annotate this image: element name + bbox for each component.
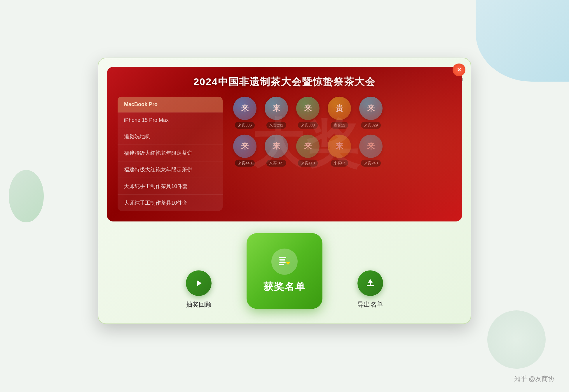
winner-item: 来来宾329 <box>359 96 383 129</box>
bg-decoration-left <box>9 170 44 222</box>
winner-label: 来宾243 <box>361 159 381 166</box>
red-panel: 大奖 2024中国非遗制茶大会暨惊蛰祭茶大会 MacBook ProiPhone… <box>107 67 462 221</box>
page-watermark: 知乎 @友商协 <box>514 375 554 383</box>
bg-decoration-bottom-right <box>487 310 546 369</box>
winner-avatar: 来 <box>265 96 288 120</box>
winner-avatar: 来 <box>328 134 351 158</box>
export-button[interactable]: 导出名单 <box>357 270 383 309</box>
winner-item: 来来宾386 <box>233 96 256 129</box>
winner-avatar: 来 <box>296 134 320 158</box>
replay-label: 抽奖回顾 <box>186 300 212 309</box>
winner-label: 来宾338 <box>298 122 318 129</box>
main-container: 关闭 大奖 2024中国非遗制茶大会暨惊蛰祭茶大会 MacBook ProiPh… <box>83 57 486 324</box>
svg-rect-6 <box>367 285 374 286</box>
prize-list-item[interactable]: MacBook Pro <box>118 96 223 112</box>
svg-marker-5 <box>286 260 290 265</box>
export-icon-bg <box>357 270 383 296</box>
winner-label: 来宾118 <box>298 159 318 166</box>
winner-item: 来来宾243 <box>359 134 383 166</box>
prize-list-item[interactable]: 福建特级大红袍龙年限定茶饼 <box>118 145 223 161</box>
winner-label: 贵宾12 <box>331 122 348 129</box>
prize-list-item[interactable]: 追觅洗地机 <box>118 128 223 145</box>
winner-item: 来来宾443 <box>233 134 256 166</box>
winner-avatar: 来 <box>359 134 383 158</box>
winner-label: 来宾329 <box>361 122 381 129</box>
winner-item: 来来宾232 <box>265 96 288 129</box>
play-icon <box>193 278 204 288</box>
export-icon <box>365 278 376 288</box>
export-label: 导出名单 <box>357 300 383 309</box>
winner-item: 来来宾67 <box>328 134 351 166</box>
winner-item: 来来宾118 <box>296 134 320 166</box>
winners-list-label: 获奖名单 <box>263 280 306 293</box>
winners-list-card: 获奖名单 <box>247 233 322 309</box>
bottom-row: 抽奖回顾 获 <box>107 233 462 314</box>
winners-list-icon-bg <box>271 248 298 275</box>
winner-item: 来来宾165 <box>265 134 288 166</box>
winner-label: 来宾443 <box>235 159 255 166</box>
winner-avatar: 来 <box>233 96 256 120</box>
winner-row-2: 来来宾443来来宾165来来宾118来来宾67来来宾243 <box>233 134 451 166</box>
winner-label: 来宾67 <box>331 159 348 166</box>
prize-list-item[interactable]: iPhone 15 Pro Max <box>118 112 223 128</box>
prize-list: MacBook ProiPhone 15 Pro Max追觅洗地机福建特级大红袍… <box>118 96 223 211</box>
winners-section: 来来宾386来来宾232来来宾338贵贵宾12来来宾329 来来宾443来来宾1… <box>233 96 451 166</box>
winner-row-1: 来来宾386来来宾232来来宾338贵贵宾12来来宾329 <box>233 96 451 129</box>
prize-list-item[interactable]: 福建特级大红袍龙年限定茶饼 <box>118 161 223 178</box>
modal-card: 关闭 大奖 2024中国非遗制茶大会暨惊蛰祭茶大会 MacBook ProiPh… <box>98 57 471 324</box>
bg-decoration-top-right <box>476 0 569 82</box>
svg-marker-0 <box>197 280 202 286</box>
winner-label: 来宾165 <box>266 159 286 166</box>
list-star-icon <box>277 254 292 269</box>
winner-label: 来宾232 <box>266 122 286 129</box>
winner-avatar: 贵 <box>328 96 351 120</box>
winner-avatar: 来 <box>359 96 383 120</box>
close-button[interactable] <box>453 63 465 76</box>
winner-item: 来来宾338 <box>296 96 320 129</box>
panel-title: 2024中国非遗制茶大会暨惊蛰祭茶大会 <box>118 75 451 88</box>
replay-icon-bg <box>186 270 212 296</box>
winners-list-button[interactable]: 获奖名单 <box>247 233 322 309</box>
replay-button[interactable]: 抽奖回顾 <box>186 270 212 309</box>
svg-rect-4 <box>279 264 284 265</box>
svg-rect-3 <box>279 261 286 263</box>
winner-avatar: 来 <box>233 134 256 158</box>
svg-marker-7 <box>368 279 373 285</box>
winner-item: 贵贵宾12 <box>328 96 351 129</box>
winner-avatar: 来 <box>296 96 320 120</box>
winner-avatar: 来 <box>265 134 288 158</box>
prize-list-item[interactable]: 大师纯手工制作茶具10件套 <box>118 178 223 194</box>
prize-list-item[interactable]: 大师纯手工制作茶具10件套 <box>118 194 223 211</box>
content-area: MacBook ProiPhone 15 Pro Max追觅洗地机福建特级大红袍… <box>118 96 451 211</box>
winner-label: 来宾386 <box>235 122 255 129</box>
svg-rect-1 <box>279 257 286 258</box>
svg-rect-2 <box>279 259 285 260</box>
